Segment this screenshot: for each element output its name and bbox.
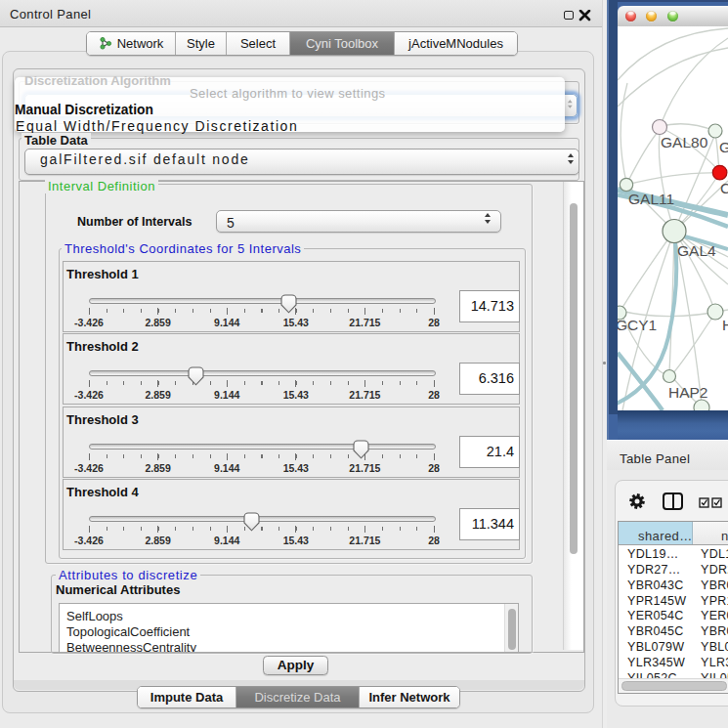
svg-text:GAL4: GAL4	[677, 242, 716, 259]
svg-text:GA: GA	[719, 139, 728, 155]
svg-text:GAL11: GAL11	[628, 191, 674, 207]
svg-text:GCY1: GCY1	[618, 317, 657, 333]
svg-text:HAP2: HAP2	[668, 384, 708, 401]
svg-text:C: C	[720, 180, 728, 196]
svg-text:H: H	[722, 317, 728, 333]
svg-text:GAL80: GAL80	[661, 134, 708, 150]
